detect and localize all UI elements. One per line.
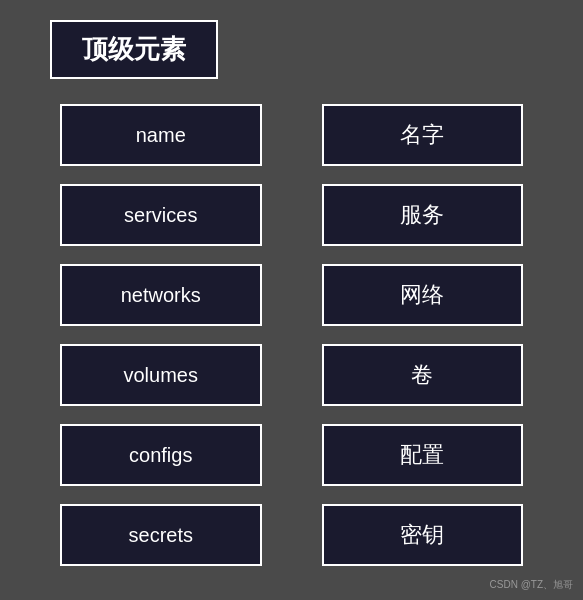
page-title: 顶级元素	[50, 20, 218, 79]
keyword-en-1: services	[60, 184, 262, 246]
keyword-grid: name名字services服务networks网络volumes卷config…	[20, 104, 563, 566]
keyword-en-5: secrets	[60, 504, 262, 566]
keyword-en-2: networks	[60, 264, 262, 326]
keyword-zh-1: 服务	[322, 184, 524, 246]
keyword-zh-2: 网络	[322, 264, 524, 326]
keyword-zh-5: 密钥	[322, 504, 524, 566]
watermark: CSDN @TZ、旭哥	[490, 578, 573, 592]
keyword-zh-3: 卷	[322, 344, 524, 406]
keyword-en-0: name	[60, 104, 262, 166]
keyword-en-3: volumes	[60, 344, 262, 406]
keyword-zh-0: 名字	[322, 104, 524, 166]
keyword-zh-4: 配置	[322, 424, 524, 486]
keyword-en-4: configs	[60, 424, 262, 486]
